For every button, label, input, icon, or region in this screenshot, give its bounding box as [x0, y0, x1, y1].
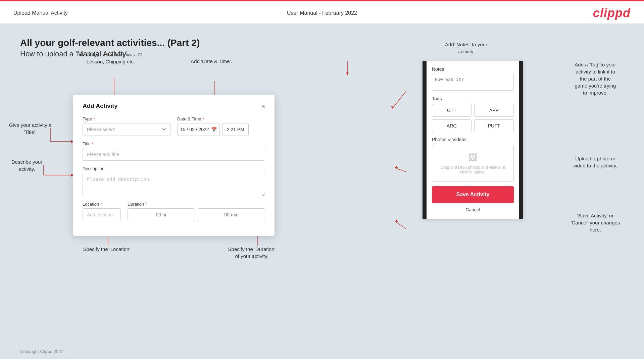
- phone-panel: Notes Tags OTT APP ARG PUTT Photos & Vid…: [423, 61, 523, 219]
- phone-inner: Notes Tags OTT APP ARG PUTT Photos & Vid…: [427, 61, 519, 219]
- annot-date-time: Add 'Date & Time'.: [178, 58, 245, 65]
- page-title: All your golf-relevant activities... (Pa…: [20, 38, 624, 48]
- photo-drop-text: Drag and Drop photos and videos or click…: [440, 165, 505, 174]
- tag-app[interactable]: APP: [474, 104, 514, 117]
- annot-save-cancel: 'Save Activity' or 'Cancel' your changes…: [557, 212, 634, 233]
- required-star-dt: *: [201, 116, 204, 121]
- annot-notes: Add 'Notes' to your activity.: [429, 41, 503, 55]
- svg-marker-19: [391, 106, 394, 109]
- svg-marker-21: [395, 166, 398, 168]
- description-label: Description: [83, 166, 265, 171]
- annot-title: Give your activity a 'Title'.: [0, 121, 60, 136]
- header: Upload Manual Activity User Manual - Feb…: [0, 1, 644, 24]
- svg-marker-17: [346, 72, 349, 75]
- cancel-link[interactable]: Cancel: [432, 207, 514, 212]
- type-label: Type *: [83, 116, 170, 121]
- duration-inputs: [128, 208, 265, 221]
- type-group: Type * Please select: [83, 116, 170, 136]
- date-input[interactable]: 15 / 02 / 2022 📅: [177, 123, 220, 136]
- required-star-dur: *: [144, 202, 147, 207]
- close-button[interactable]: ×: [261, 103, 265, 110]
- required-star-title: *: [91, 141, 94, 146]
- svg-line-22: [396, 222, 406, 229]
- calendar-icon: 📅: [211, 127, 217, 132]
- photos-section-label: Photos & Videos: [432, 137, 514, 142]
- annot-photo: Upload a photo or video to the activity.: [557, 155, 634, 169]
- title-label: Title *: [83, 141, 265, 146]
- location-duration-row: Location * Duration *: [83, 202, 265, 221]
- duration-group: Duration *: [128, 202, 265, 221]
- location-label: Location *: [83, 202, 121, 207]
- location-group: Location *: [83, 202, 121, 221]
- tags-section-label: Tags: [432, 96, 514, 101]
- copyright: Copyright Clippd 2021: [20, 349, 63, 354]
- annot-duration: Specify the 'Duration' of your activity.: [208, 246, 295, 260]
- time-input[interactable]: 2:21 PM: [222, 123, 249, 136]
- manual-label: User Manual - February 2022: [287, 10, 357, 16]
- location-input[interactable]: [83, 208, 121, 221]
- duration-label: Duration *: [128, 202, 265, 207]
- title-group: Title *: [83, 141, 265, 161]
- required-star-loc: *: [99, 202, 102, 207]
- datetime-label: Date & Time *: [177, 116, 265, 121]
- svg-marker-23: [395, 219, 398, 222]
- annot-description: Describe your activity.: [0, 158, 54, 172]
- svg-line-20: [396, 168, 406, 172]
- description-group: Description: [83, 166, 265, 196]
- title-input[interactable]: [83, 148, 265, 161]
- type-select[interactable]: Please select: [83, 123, 170, 136]
- tag-putt[interactable]: PUTT: [474, 119, 514, 132]
- datetime-group: Date & Time * 15 / 02 / 2022 📅 2:21 PM: [177, 116, 265, 136]
- main-content: All your golf-relevant activities... (Pa…: [0, 24, 644, 359]
- tag-arg[interactable]: ARG: [432, 119, 472, 132]
- date-time-inputs: 15 / 02 / 2022 📅 2:21 PM: [177, 123, 265, 136]
- tag-ott[interactable]: OTT: [432, 104, 472, 117]
- duration-hr-input[interactable]: [128, 208, 195, 221]
- photo-drop-zone[interactable]: 🖼 Drag and Drop photos and videos or cli…: [432, 145, 514, 182]
- duration-min-input[interactable]: [198, 208, 265, 221]
- modal-title: Add Activity: [83, 103, 117, 110]
- notes-section-label: Notes: [432, 66, 514, 72]
- description-input[interactable]: [83, 173, 265, 196]
- svg-line-18: [393, 91, 406, 108]
- annot-activity-type: What type of activity was it? Lesson, Ch…: [74, 51, 148, 65]
- logo: clippd: [593, 6, 631, 20]
- page-label: Upload Manual Activity: [13, 10, 68, 16]
- required-star: *: [92, 116, 95, 121]
- notes-textarea[interactable]: [432, 74, 514, 91]
- annot-location: Specify the 'Location'.: [70, 246, 144, 253]
- tags-grid: OTT APP ARG PUTT: [432, 104, 514, 132]
- modal-header: Add Activity ×: [83, 103, 265, 110]
- photo-icon: 🖼: [436, 152, 510, 163]
- save-activity-button[interactable]: Save Activity: [432, 186, 514, 203]
- type-datetime-row: Type * Please select Date & Time * 15 / …: [83, 116, 265, 136]
- annot-tag: Add a 'Tag' to your activity to link it …: [557, 61, 634, 96]
- add-activity-modal: Add Activity × Type * Please select Date…: [73, 95, 275, 236]
